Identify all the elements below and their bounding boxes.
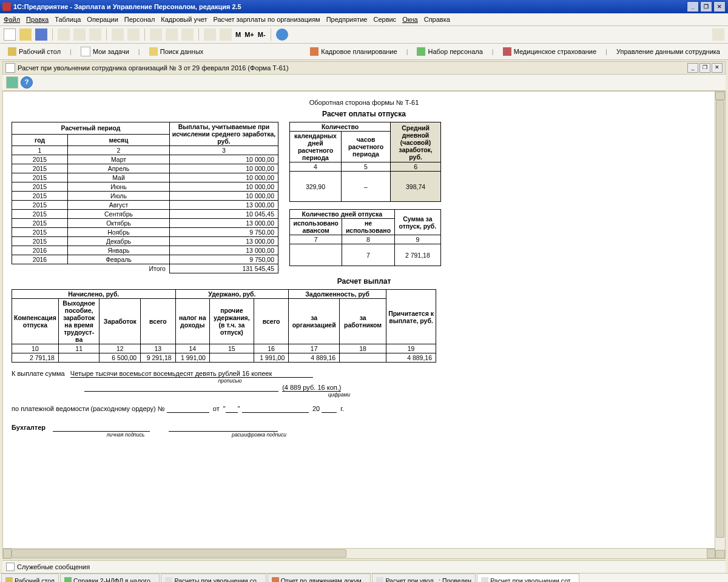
help-icon[interactable] xyxy=(276,28,288,41)
menu-hr[interactable]: Кадровый учет xyxy=(161,16,207,23)
section1-title: Расчет оплаты отпуска xyxy=(12,110,716,118)
scroll-left-icon[interactable] xyxy=(3,549,12,558)
doc-restore-button[interactable]: ❐ xyxy=(699,63,710,73)
sum-words-line: К выплате сумма Четыре тысячи восемьсот … xyxy=(12,370,716,378)
undo-icon[interactable] xyxy=(112,28,124,41)
list-icon[interactable] xyxy=(181,28,194,41)
toolbar-extra-icon[interactable] xyxy=(712,28,724,41)
section2-title: Расчет выплат xyxy=(12,277,716,286)
table-row: 2016Февраль9 750,00 xyxy=(12,255,278,264)
desktop-button[interactable]: Рабочий стол xyxy=(4,45,65,58)
calendar-icon[interactable] xyxy=(166,28,178,41)
report-page: Оборотная сторона формы № Т-61 Расчет оп… xyxy=(3,92,725,444)
doc-close-button[interactable]: ✕ xyxy=(712,63,723,73)
table-row: 2015Июль10 000,00 xyxy=(12,192,278,201)
open-icon[interactable] xyxy=(19,28,32,41)
mgmt-button[interactable]: Управление данными сотрудника xyxy=(612,46,724,57)
menu-service[interactable]: Сервис xyxy=(373,16,396,23)
vertical-scrollbar[interactable] xyxy=(715,92,725,558)
scroll-right-icon[interactable] xyxy=(707,549,715,558)
med-button[interactable]: Медицинское страхование xyxy=(499,45,601,58)
menu-company[interactable]: Предприятие xyxy=(326,16,368,23)
memory-m[interactable]: M xyxy=(235,31,241,38)
menu-personnel[interactable]: Персонал xyxy=(124,16,155,23)
menu-file[interactable]: Файл xyxy=(4,16,20,23)
doc-icon xyxy=(5,63,15,73)
tab-icon xyxy=(165,577,172,583)
table-row: 2015Октябрь13 000,00 xyxy=(12,219,278,228)
window-tabs: Рабочий столСправки 2-НДФЛ в налого...Ра… xyxy=(0,573,728,582)
vacation-table: Количество дней отпускаСумма за отпуск, … xyxy=(289,209,441,266)
table-row: 2015Декабрь13 000,00 xyxy=(12,237,278,246)
planning-button[interactable]: Кадровое планирование xyxy=(306,45,401,58)
menu-payroll[interactable]: Расчет зарплаты по организациям xyxy=(213,16,320,23)
copy-icon[interactable] xyxy=(73,28,86,41)
minimize-button[interactable]: _ xyxy=(687,1,699,12)
tab-icon xyxy=(376,577,383,583)
memory-mminus[interactable]: M- xyxy=(258,31,266,38)
vedomost-line: по платежной ведомости (расходному ордер… xyxy=(12,405,716,413)
app-icon xyxy=(2,2,11,11)
window-tab[interactable]: Расчет при увольнении сот... xyxy=(477,574,579,582)
close-button[interactable]: ✕ xyxy=(713,1,726,12)
messages-icon xyxy=(6,563,15,571)
table-row: 2015Март10 000,00 xyxy=(12,155,278,164)
calc-icon[interactable] xyxy=(204,28,216,41)
window-tab[interactable]: Отчет по движениям докум... xyxy=(268,574,371,582)
nav-toolbar: Рабочий стол | Мои задачи | Поиск данных… xyxy=(0,44,728,60)
tab-icon xyxy=(481,577,488,583)
messages-bar[interactable]: Служебные сообщения xyxy=(2,560,726,573)
document-viewport: Оборотная сторона формы № Т-61 Расчет оп… xyxy=(2,91,726,559)
table-row: 2015Апрель10 000,00 xyxy=(12,164,278,173)
tasks-button[interactable]: Мои задачи xyxy=(76,45,133,58)
table-row: 2015Сентябрь10 045,45 xyxy=(12,210,278,219)
tab-icon xyxy=(5,577,13,583)
main-toolbar: M M+ M- xyxy=(0,26,728,44)
new-icon[interactable] xyxy=(4,28,16,41)
tab-icon xyxy=(64,577,72,583)
print-preview-icon[interactable] xyxy=(6,76,18,89)
document-titlebar: Расчет при увольнении сотрудника организ… xyxy=(2,61,726,75)
window-tab[interactable]: Справки 2-НДФЛ в налого... xyxy=(60,574,160,582)
menu-windows[interactable]: Окна xyxy=(402,16,418,23)
form-header: Оборотная сторона формы № Т-61 xyxy=(12,99,716,106)
window-tab[interactable]: Расчет при увол...: Проведен xyxy=(372,574,476,582)
paste-icon[interactable] xyxy=(89,28,101,41)
document-title: Расчет при увольнении сотрудника организ… xyxy=(18,64,289,72)
tab-icon xyxy=(272,577,279,583)
accountant-line: Бухгалтер xyxy=(12,424,716,432)
doc-minimize-button[interactable]: _ xyxy=(687,63,698,73)
document-toolbar: ? xyxy=(2,75,726,91)
window-title: 1С:Предприятие - Зарплата и Управление П… xyxy=(13,3,241,10)
menu-help[interactable]: Справка xyxy=(424,16,450,23)
menu-table[interactable]: Таблица xyxy=(55,16,81,23)
table-row: 2016Январь13 000,00 xyxy=(12,246,278,255)
table-row: 2015Июнь10 000,00 xyxy=(12,182,278,192)
table-row: 2015Май10 000,00 xyxy=(12,173,278,182)
window-tab[interactable]: Рабочий стол xyxy=(1,574,59,582)
doc-help-icon[interactable]: ? xyxy=(21,76,33,89)
scroll-up-icon[interactable] xyxy=(715,92,725,100)
payments-table: Начислено, руб. Удержано, руб. Задолженн… xyxy=(12,289,436,363)
horizontal-scrollbar[interactable] xyxy=(3,548,715,558)
info-icon[interactable] xyxy=(220,28,232,41)
recruit-button[interactable]: Набор персонала xyxy=(413,45,487,58)
scroll-thumb-h[interactable] xyxy=(12,549,346,558)
menu-edit[interactable]: Правка xyxy=(26,16,49,23)
cut-icon[interactable] xyxy=(58,28,70,41)
redo-icon[interactable] xyxy=(127,28,140,41)
memory-mplus[interactable]: M+ xyxy=(244,31,254,38)
window-tab[interactable]: Расчеты при увольнении со... xyxy=(161,574,266,582)
window-titlebar: 1С:Предприятие - Зарплата и Управление П… xyxy=(0,0,728,13)
find-icon[interactable] xyxy=(150,28,162,41)
scroll-down-icon[interactable] xyxy=(715,550,725,558)
menubar: Файл Правка Таблица Операции Персонал Ка… xyxy=(0,13,728,26)
menu-operations[interactable]: Операции xyxy=(87,16,118,23)
restore-button[interactable]: ❐ xyxy=(700,1,712,12)
search-button[interactable]: Поиск данных xyxy=(145,45,208,58)
scroll-thumb-v[interactable] xyxy=(716,100,724,538)
table-row: 2015Август13 000,00 xyxy=(12,201,278,210)
table-row: 2015Ноябрь9 750,00 xyxy=(12,228,278,237)
periods-table: Расчетный периодВыплаты, учитываемые при… xyxy=(12,122,278,273)
save-icon[interactable] xyxy=(35,28,47,41)
